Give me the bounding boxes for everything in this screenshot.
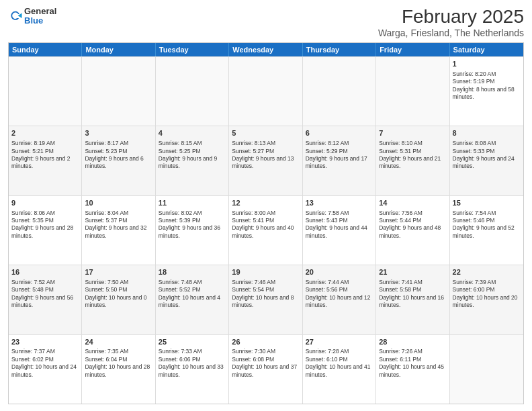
sunset-text: Sunset: 5:39 PM <box>159 217 226 224</box>
day-number: 10 <box>85 198 152 208</box>
day-number: 27 <box>306 337 373 347</box>
sunset-text: Sunset: 5:52 PM <box>159 286 226 293</box>
calendar-cell <box>156 57 229 126</box>
sunrise-text: Sunrise: 8:20 AM <box>453 71 521 78</box>
daylight-text: Daylight: 10 hours and 4 minutes. <box>159 294 226 310</box>
calendar-cell: 4Sunrise: 8:15 AMSunset: 5:25 PMDaylight… <box>156 126 229 195</box>
sunset-text: Sunset: 5:41 PM <box>232 217 299 224</box>
calendar: SundayMondayTuesdayWednesdayThursdayFrid… <box>8 42 524 404</box>
sunset-text: Sunset: 6:06 PM <box>159 356 226 363</box>
calendar-cell: 3Sunrise: 8:17 AMSunset: 5:23 PMDaylight… <box>82 126 155 195</box>
calendar-cell: 11Sunrise: 8:02 AMSunset: 5:39 PMDayligh… <box>156 196 229 265</box>
sunset-text: Sunset: 5:31 PM <box>379 148 446 155</box>
calendar-cell: 6Sunrise: 8:12 AMSunset: 5:29 PMDaylight… <box>303 126 376 195</box>
sunset-text: Sunset: 6:11 PM <box>379 356 446 363</box>
calendar-cell: 22Sunrise: 7:39 AMSunset: 6:00 PMDayligh… <box>450 265 523 334</box>
header: General Blue February 2025 Warga, Friesl… <box>8 7 524 38</box>
sunset-text: Sunset: 5:58 PM <box>379 286 446 293</box>
sunrise-text: Sunrise: 7:33 AM <box>159 348 226 355</box>
sunrise-text: Sunrise: 7:56 AM <box>379 210 446 217</box>
day-number: 17 <box>85 267 152 277</box>
sunrise-text: Sunrise: 8:10 AM <box>379 140 446 147</box>
daylight-text: Daylight: 10 hours and 12 minutes. <box>306 294 373 310</box>
day-number: 4 <box>159 128 226 138</box>
calendar-row: 23Sunrise: 7:37 AMSunset: 6:02 PMDayligh… <box>9 334 523 404</box>
sunrise-text: Sunrise: 8:04 AM <box>85 210 152 217</box>
sunset-text: Sunset: 5:19 PM <box>453 78 521 85</box>
logo-general: General <box>24 7 56 16</box>
day-number: 7 <box>379 128 446 138</box>
sunrise-text: Sunrise: 7:26 AM <box>379 348 446 355</box>
sunrise-text: Sunrise: 7:39 AM <box>453 279 521 286</box>
sunset-text: Sunset: 5:23 PM <box>85 148 152 155</box>
calendar-row: 16Sunrise: 7:52 AMSunset: 5:48 PMDayligh… <box>9 265 523 334</box>
day-number: 18 <box>159 267 226 277</box>
calendar-row: 1Sunrise: 8:20 AMSunset: 5:19 PMDaylight… <box>9 56 523 126</box>
day-number: 13 <box>306 198 373 208</box>
daylight-text: Daylight: 10 hours and 28 minutes. <box>85 363 152 379</box>
day-number: 21 <box>379 267 446 277</box>
sunset-text: Sunset: 5:44 PM <box>379 217 446 224</box>
calendar-cell: 9Sunrise: 8:06 AMSunset: 5:35 PMDaylight… <box>9 196 82 265</box>
daylight-text: Daylight: 9 hours and 40 minutes. <box>232 224 299 240</box>
day-number: 1 <box>453 59 521 69</box>
day-number: 23 <box>11 337 79 347</box>
day-number: 8 <box>453 128 521 138</box>
daylight-text: Daylight: 9 hours and 21 minutes. <box>379 155 446 171</box>
daylight-text: Daylight: 9 hours and 44 minutes. <box>306 224 373 240</box>
sunrise-text: Sunrise: 8:08 AM <box>453 140 521 147</box>
calendar-cell: 12Sunrise: 8:00 AMSunset: 5:41 PMDayligh… <box>229 196 302 265</box>
daylight-text: Daylight: 9 hours and 32 minutes. <box>85 224 152 240</box>
sunrise-text: Sunrise: 7:44 AM <box>306 279 373 286</box>
calendar-cell: 27Sunrise: 7:28 AMSunset: 6:10 PMDayligh… <box>303 335 376 404</box>
calendar-body: 1Sunrise: 8:20 AMSunset: 5:19 PMDaylight… <box>9 56 523 404</box>
daylight-text: Daylight: 8 hours and 58 minutes. <box>453 86 521 101</box>
daylight-text: Daylight: 9 hours and 6 minutes. <box>85 155 152 171</box>
calendar-cell: 1Sunrise: 8:20 AMSunset: 5:19 PMDaylight… <box>450 57 523 126</box>
calendar-cell <box>82 57 155 126</box>
calendar-row: 9Sunrise: 8:06 AMSunset: 5:35 PMDaylight… <box>9 195 523 265</box>
sunrise-text: Sunrise: 8:13 AM <box>232 140 299 147</box>
calendar-cell <box>9 57 82 126</box>
day-number: 6 <box>306 128 373 138</box>
sunset-text: Sunset: 5:46 PM <box>453 217 521 224</box>
sunset-text: Sunset: 5:21 PM <box>11 148 79 155</box>
day-number: 28 <box>379 337 446 347</box>
weekday-header: Sunday <box>9 43 82 56</box>
daylight-text: Daylight: 10 hours and 20 minutes. <box>453 294 521 310</box>
day-number: 19 <box>232 267 299 277</box>
sunset-text: Sunset: 5:29 PM <box>306 148 373 155</box>
daylight-text: Daylight: 9 hours and 48 minutes. <box>379 224 446 240</box>
daylight-text: Daylight: 10 hours and 41 minutes. <box>306 363 373 379</box>
daylight-text: Daylight: 10 hours and 16 minutes. <box>379 294 446 310</box>
sunset-text: Sunset: 5:33 PM <box>453 148 521 155</box>
sunrise-text: Sunrise: 8:17 AM <box>85 140 152 147</box>
calendar-cell: 20Sunrise: 7:44 AMSunset: 5:56 PMDayligh… <box>303 265 376 334</box>
daylight-text: Daylight: 9 hours and 17 minutes. <box>306 155 373 171</box>
weekday-header: Tuesday <box>156 43 229 56</box>
sunrise-text: Sunrise: 7:30 AM <box>232 348 299 355</box>
daylight-text: Daylight: 10 hours and 24 minutes. <box>11 363 79 379</box>
daylight-text: Daylight: 9 hours and 13 minutes. <box>232 155 299 171</box>
sunset-text: Sunset: 5:25 PM <box>159 148 226 155</box>
day-number: 25 <box>159 337 226 347</box>
daylight-text: Daylight: 9 hours and 52 minutes. <box>453 224 521 240</box>
sunset-text: Sunset: 5:37 PM <box>85 217 152 224</box>
logo-icon <box>8 9 23 24</box>
calendar-cell: 19Sunrise: 7:46 AMSunset: 5:54 PMDayligh… <box>229 265 302 334</box>
calendar-cell: 23Sunrise: 7:37 AMSunset: 6:02 PMDayligh… <box>9 335 82 404</box>
sunrise-text: Sunrise: 8:06 AM <box>11 210 79 217</box>
calendar-cell: 15Sunrise: 7:54 AMSunset: 5:46 PMDayligh… <box>450 196 523 265</box>
weekday-header: Saturday <box>450 43 523 56</box>
day-number: 12 <box>232 198 299 208</box>
daylight-text: Daylight: 10 hours and 45 minutes. <box>379 363 446 379</box>
calendar-cell: 25Sunrise: 7:33 AMSunset: 6:06 PMDayligh… <box>156 335 229 404</box>
daylight-text: Daylight: 9 hours and 56 minutes. <box>11 294 79 310</box>
sunrise-text: Sunrise: 7:28 AM <box>306 348 373 355</box>
calendar-cell: 16Sunrise: 7:52 AMSunset: 5:48 PMDayligh… <box>9 265 82 334</box>
sunrise-text: Sunrise: 7:50 AM <box>85 279 152 286</box>
calendar-cell: 10Sunrise: 8:04 AMSunset: 5:37 PMDayligh… <box>82 196 155 265</box>
day-number: 24 <box>85 337 152 347</box>
sunrise-text: Sunrise: 7:58 AM <box>306 210 373 217</box>
calendar-page: General Blue February 2025 Warga, Friesl… <box>0 0 532 411</box>
